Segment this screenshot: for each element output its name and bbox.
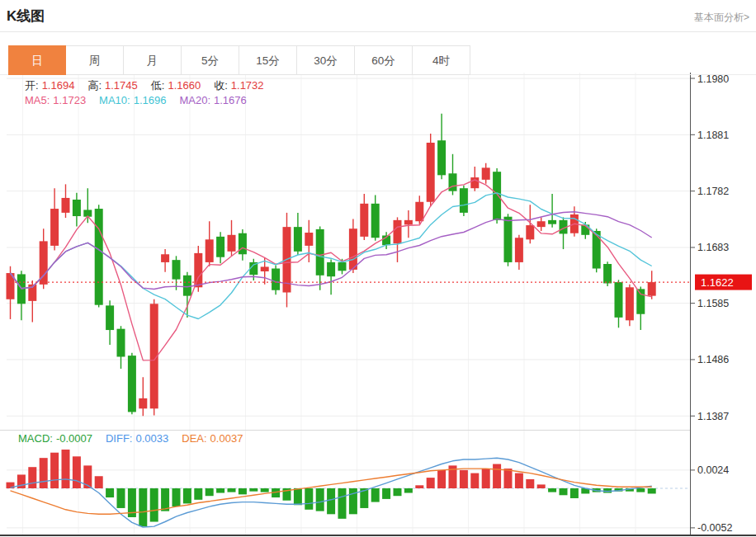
macd-bar[interactable] xyxy=(150,488,158,522)
candle[interactable] xyxy=(128,353,136,415)
candle[interactable] xyxy=(615,280,623,327)
macd-bar[interactable] xyxy=(139,488,147,526)
period-tab-30分[interactable]: 30分 xyxy=(297,45,355,75)
candle[interactable] xyxy=(504,214,513,266)
macd-bar[interactable] xyxy=(338,488,347,519)
macd-bar[interactable] xyxy=(349,488,357,514)
candle-body xyxy=(470,177,479,188)
macd-bar[interactable] xyxy=(482,469,490,488)
candle[interactable] xyxy=(427,134,435,206)
period-tab-周[interactable]: 周 xyxy=(66,45,124,75)
candle[interactable] xyxy=(394,217,402,262)
candle[interactable] xyxy=(548,194,556,228)
candle[interactable] xyxy=(560,217,568,249)
candle[interactable] xyxy=(570,206,579,237)
macd-bar[interactable] xyxy=(316,488,324,511)
candle[interactable] xyxy=(626,285,634,326)
macd-bar[interactable] xyxy=(62,450,70,488)
period-tab-4时[interactable]: 4时 xyxy=(413,45,470,75)
candle[interactable] xyxy=(117,326,125,369)
macd-bar[interactable] xyxy=(394,488,402,496)
macd-bar[interactable] xyxy=(560,488,568,495)
macd-bar[interactable] xyxy=(470,473,479,488)
macd-bar[interactable] xyxy=(73,456,81,488)
period-tab-日[interactable]: 日 xyxy=(8,45,66,75)
candle[interactable] xyxy=(172,256,181,290)
candle[interactable] xyxy=(206,221,214,266)
candle[interactable] xyxy=(73,193,81,227)
candle[interactable] xyxy=(150,299,158,416)
macd-bar[interactable] xyxy=(404,488,413,493)
candle[interactable] xyxy=(437,114,446,179)
candle[interactable] xyxy=(50,188,59,250)
candle[interactable] xyxy=(62,184,70,218)
candle[interactable] xyxy=(83,188,92,223)
macd-bar[interactable] xyxy=(305,488,313,510)
candle[interactable] xyxy=(515,235,523,270)
candle[interactable] xyxy=(95,205,103,307)
macd-bar[interactable] xyxy=(382,488,390,499)
macd-bar[interactable] xyxy=(95,476,103,488)
macd-bar[interactable] xyxy=(294,488,302,505)
macd-bar[interactable] xyxy=(603,488,612,493)
macd-bar[interactable] xyxy=(183,488,191,503)
candle[interactable] xyxy=(449,154,457,195)
candle[interactable] xyxy=(327,259,335,294)
period-tab-60分[interactable]: 60分 xyxy=(355,45,413,75)
macd-bar[interactable] xyxy=(570,488,579,498)
macd-bar[interactable] xyxy=(194,488,202,500)
candle[interactable] xyxy=(272,265,280,294)
period-tab-5分[interactable]: 5分 xyxy=(182,45,239,75)
macd-bar[interactable] xyxy=(437,470,446,488)
macd-bar[interactable] xyxy=(427,478,435,488)
macd-bar[interactable] xyxy=(216,488,224,493)
macd-bar[interactable] xyxy=(526,479,534,488)
macd-bar[interactable] xyxy=(493,464,501,488)
candle[interactable] xyxy=(106,300,114,345)
macd-bar[interactable] xyxy=(515,473,523,488)
macd-bar[interactable] xyxy=(239,488,247,494)
candle[interactable] xyxy=(460,186,468,216)
macd-bar[interactable] xyxy=(648,488,656,493)
macd-bar[interactable] xyxy=(117,488,125,508)
candle[interactable] xyxy=(648,271,656,299)
candle[interactable] xyxy=(360,194,368,240)
macd-bar[interactable] xyxy=(40,458,48,488)
macd-bar[interactable] xyxy=(371,488,380,502)
period-tab-15分[interactable]: 15分 xyxy=(239,45,297,75)
candle[interactable] xyxy=(404,210,413,238)
macd-bar[interactable] xyxy=(636,488,645,492)
macd-bar[interactable] xyxy=(327,488,335,514)
candle[interactable] xyxy=(228,220,236,256)
candle[interactable] xyxy=(371,195,380,240)
macd-bar[interactable] xyxy=(548,488,556,492)
macd-bar[interactable] xyxy=(460,470,468,488)
legend-value: 1.1696 xyxy=(134,94,167,106)
candle[interactable] xyxy=(139,377,147,416)
macd-bar[interactable] xyxy=(50,453,59,488)
candle[interactable] xyxy=(7,266,15,319)
candle[interactable] xyxy=(493,168,501,224)
candle[interactable] xyxy=(161,249,169,272)
period-tab-月[interactable]: 月 xyxy=(124,45,182,75)
candle-body xyxy=(427,143,435,202)
candle[interactable] xyxy=(526,205,534,243)
candle[interactable] xyxy=(470,167,479,191)
candle[interactable] xyxy=(294,213,302,255)
macd-bar[interactable] xyxy=(415,485,423,488)
candle[interactable] xyxy=(316,226,324,290)
candle[interactable] xyxy=(216,232,224,263)
candle[interactable] xyxy=(482,163,490,184)
candle[interactable] xyxy=(537,217,546,231)
macd-bar[interactable] xyxy=(537,484,546,488)
candle[interactable] xyxy=(40,228,48,289)
macd-bar[interactable] xyxy=(106,488,114,497)
macd-bar[interactable] xyxy=(206,488,214,496)
macd-bar[interactable] xyxy=(249,488,258,492)
macd-bar[interactable] xyxy=(28,467,36,488)
macd-bar[interactable] xyxy=(172,488,181,506)
macd-bar[interactable] xyxy=(261,488,269,492)
candle[interactable] xyxy=(17,271,26,320)
macd-bar[interactable] xyxy=(228,488,236,492)
macd-bar[interactable] xyxy=(504,469,513,488)
